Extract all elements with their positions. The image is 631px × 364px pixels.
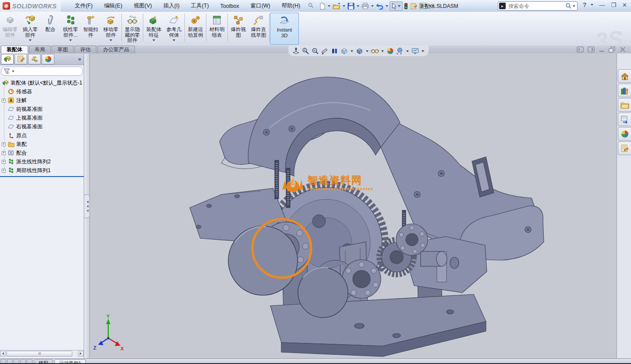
minimize-button[interactable]: — xyxy=(598,2,606,8)
section-tool-icon[interactable] xyxy=(330,47,339,55)
study-nav-button[interactable] xyxy=(27,359,32,364)
scroll-right-arrow[interactable] xyxy=(78,351,84,357)
panel-horizontal-scrollbar[interactable] xyxy=(0,350,84,357)
undo-icon[interactable] xyxy=(375,2,384,11)
edit-component-button[interactable]: 编辑零部件 xyxy=(0,13,20,44)
menu-tools[interactable]: 工具(T) xyxy=(185,0,215,12)
new-motion-study-button[interactable]: 新建运动算例 xyxy=(185,13,206,44)
pane-left-toggle-icon[interactable] xyxy=(577,46,584,53)
tree-row-top-plane[interactable]: 上视基准面 xyxy=(0,113,84,122)
view-orientation-icon[interactable] xyxy=(340,47,348,55)
panel-overflow-chevron-icon[interactable]: » xyxy=(78,56,81,62)
solidworks-resources-tab[interactable] xyxy=(618,69,631,83)
restore-button[interactable]: ❐ xyxy=(610,2,617,8)
file-properties-icon[interactable] xyxy=(409,2,418,11)
tab-office-products[interactable]: 办公室产品 xyxy=(97,46,135,53)
menu-pin-icon[interactable] xyxy=(308,2,314,10)
rollback-bar[interactable] xyxy=(0,176,84,177)
tree-row-annotations[interactable]: A 注解 xyxy=(0,96,84,105)
motion-study-tab[interactable]: 运动算例1 xyxy=(54,359,86,364)
propertymanager-tab[interactable] xyxy=(14,54,27,64)
study-nav-button[interactable] xyxy=(20,359,26,364)
search-input[interactable] xyxy=(507,3,565,10)
doc-close-icon[interactable] xyxy=(620,46,626,53)
linear-component-pattern-button[interactable]: 线性零部件... xyxy=(60,13,81,44)
tree-row-local-pattern[interactable]: 局部线性阵列1 xyxy=(0,166,84,175)
display-style-icon[interactable] xyxy=(355,47,364,55)
tree-row-derived-pattern[interactable]: 派生线性阵列2 xyxy=(0,157,84,166)
tree-row-right-plane[interactable]: 右视基准面 xyxy=(0,122,84,131)
tab-layout[interactable]: 布局 xyxy=(29,46,51,53)
reference-geometry-button[interactable]: 参考几何体 xyxy=(164,13,184,44)
appearances-scenes-tab[interactable] xyxy=(618,127,631,141)
study-nav-button[interactable] xyxy=(0,359,6,364)
tree-row-front-plane[interactable]: 前视基准面 xyxy=(0,105,84,113)
edit-appearance-icon[interactable] xyxy=(386,47,394,55)
view-palette-tab[interactable] xyxy=(618,113,631,126)
tree-root-row[interactable]: 装配体 (默认<默认_显示状态-1 xyxy=(0,78,84,87)
view-settings-icon[interactable] xyxy=(411,47,419,55)
new-document-icon[interactable] xyxy=(318,2,326,11)
model-tab[interactable]: 模型 xyxy=(34,359,53,364)
tab-assembly[interactable]: 装配体 xyxy=(1,46,28,53)
insert-component-button[interactable]: 插入零部件 xyxy=(20,13,40,44)
tab-sketch[interactable]: 草图 xyxy=(52,46,74,53)
zoom-to-area-icon[interactable] xyxy=(301,47,310,55)
panel-collapse-handle[interactable] xyxy=(84,194,90,218)
hide-show-items-icon[interactable] xyxy=(371,47,379,55)
menu-window[interactable]: 窗口(W) xyxy=(245,0,276,12)
show-hidden-components-button[interactable]: 显示隐藏的零部件 xyxy=(122,13,142,44)
file-explorer-tab[interactable] xyxy=(618,98,631,112)
smart-fasteners-button[interactable]: 智能扣件 xyxy=(81,13,101,44)
custom-properties-tab[interactable] xyxy=(618,141,631,155)
tree-row-sensors[interactable]: 传感器 xyxy=(0,87,84,96)
viewport-canvas[interactable]: Y X Z 智造资料网 xyxy=(90,53,617,358)
move-component-button[interactable]: 移动零部件 xyxy=(101,13,121,44)
select-cursor-icon[interactable] xyxy=(390,1,403,11)
panel-splitter[interactable] xyxy=(84,53,90,358)
bill-of-materials-button[interactable]: 材料明细表 xyxy=(207,13,227,44)
instant3d-button[interactable]: Instant3D xyxy=(270,13,299,45)
help-dropdown-icon[interactable] xyxy=(591,4,593,7)
pane-right-toggle-icon[interactable] xyxy=(588,46,595,53)
expand-toggle[interactable] xyxy=(2,142,6,146)
assembly-features-button[interactable]: 装配体特征 xyxy=(144,13,164,44)
save-icon[interactable] xyxy=(347,2,355,11)
study-nav-button[interactable] xyxy=(14,359,19,364)
expand-toggle[interactable] xyxy=(2,151,6,155)
displaymanager-tab[interactable] xyxy=(42,54,54,64)
mate-button[interactable]: 配合 xyxy=(40,13,60,44)
expand-toggle[interactable] xyxy=(2,169,6,173)
menu-toolbox[interactable]: Toolbox xyxy=(215,1,245,11)
menu-insert[interactable]: 插入(I) xyxy=(158,0,185,12)
zoom-to-fit-icon[interactable] xyxy=(292,47,300,55)
section-view-icon[interactable] xyxy=(321,47,329,55)
menu-help[interactable]: 帮助(H) xyxy=(276,0,306,12)
menu-file[interactable]: 文件(F) xyxy=(69,0,98,12)
close-button[interactable]: ✕ xyxy=(621,2,628,8)
scroll-thumb[interactable] xyxy=(7,351,72,357)
tree-row-mates[interactable]: 配合 xyxy=(0,148,84,157)
tab-evaluate[interactable]: 评估 xyxy=(74,46,96,53)
exploded-view-button[interactable]: 爆炸视图 xyxy=(228,13,248,44)
explode-line-sketch-button[interactable]: 爆炸直线草图 xyxy=(248,13,269,44)
doc-restore-icon[interactable] xyxy=(609,46,616,53)
scroll-left-arrow[interactable] xyxy=(0,351,6,357)
apply-scene-icon[interactable] xyxy=(396,47,404,55)
menu-edit[interactable]: 编辑(E) xyxy=(98,0,128,12)
tree-row-assembly-folder[interactable]: 装配 xyxy=(0,140,84,148)
previous-view-icon[interactable] xyxy=(311,47,319,55)
menu-view[interactable]: 视图(V) xyxy=(128,0,158,12)
doc-minimize-icon[interactable] xyxy=(599,46,605,53)
open-icon[interactable] xyxy=(332,2,341,11)
filter-dropdown-icon[interactable] xyxy=(12,71,14,74)
print-icon[interactable] xyxy=(361,2,370,10)
help-icon[interactable]: ? xyxy=(583,1,587,8)
tree-row-origin[interactable]: 原点 xyxy=(0,131,84,140)
search-dropdown-icon[interactable] xyxy=(573,5,575,8)
design-library-tab[interactable] xyxy=(618,84,631,97)
study-nav-button[interactable] xyxy=(7,359,13,364)
tree-filter-box[interactable] xyxy=(1,67,83,76)
featuremanager-tab[interactable] xyxy=(1,54,14,64)
configurationmanager-tab[interactable] xyxy=(28,54,41,64)
